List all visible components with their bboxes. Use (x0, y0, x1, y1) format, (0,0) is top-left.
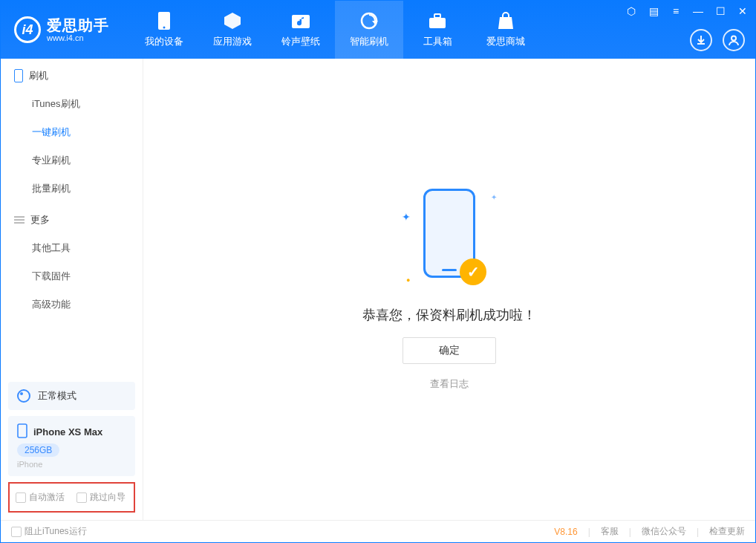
mode-label: 正常模式 (38, 389, 76, 403)
bag-icon (496, 11, 515, 30)
device-card[interactable]: iPhone XS Max 256GB iPhone (8, 416, 135, 476)
sidebar: 刷机 iTunes刷机 一键刷机 专业刷机 批量刷机 更多 其他工具 下载固件 … (1, 59, 143, 520)
sidebar-section-more: 更多 (1, 203, 143, 234)
download-icon[interactable] (690, 29, 712, 51)
header-actions (690, 29, 745, 51)
storage-badge: 256GB (17, 443, 59, 457)
section-label: 更多 (30, 213, 50, 227)
svg-rect-7 (18, 424, 27, 438)
sparkle-icon: ✦ (402, 211, 411, 223)
success-message: 恭喜您，保资料刷机成功啦！ (362, 306, 536, 324)
device-icon (14, 69, 23, 82)
sidebar-item-itunes-flash[interactable]: iTunes刷机 (1, 90, 143, 118)
status-bar: 阻止iTunes运行 V8.16 | 客服 | 微信公众号 | 检查更新 (1, 520, 755, 542)
ok-button[interactable]: 确定 (403, 337, 496, 364)
sidebar-item-batch-flash[interactable]: 批量刷机 (1, 175, 143, 203)
main-content: ✦ ✦ ● ✓ 恭喜您，保资料刷机成功啦！ 确定 查看日志 (143, 59, 755, 520)
user-icon[interactable] (723, 29, 745, 51)
device-type: iPhone (17, 460, 42, 469)
svg-rect-5 (434, 14, 440, 18)
checkbox-skip-guide[interactable]: 跳过向导 (76, 491, 126, 504)
window-controls: ⬡ ▤ ≡ — ☐ ✕ (625, 5, 749, 17)
checkbox-label: 阻止iTunes运行 (25, 526, 87, 536)
checkbox-block-itunes[interactable]: 阻止iTunes运行 (11, 525, 87, 538)
sidebar-item-download-firmware[interactable]: 下载固件 (1, 262, 143, 290)
section-label: 刷机 (29, 69, 48, 82)
mode-icon (17, 389, 30, 403)
tab-label: 智能刷机 (350, 35, 388, 48)
support-link[interactable]: 客服 (601, 525, 619, 538)
shirt-icon[interactable]: ⬡ (625, 5, 638, 17)
app-url: www.i4.cn (47, 33, 109, 42)
app-logo: i4 爱思助手 www.i4.cn (1, 16, 123, 43)
refresh-shield-icon (359, 11, 379, 30)
menu-icon[interactable]: ≡ (669, 5, 682, 17)
toolbox-icon (428, 11, 447, 30)
version-label: V8.16 (554, 527, 577, 537)
tab-label: 我的设备 (145, 35, 183, 48)
tab-store[interactable]: 爱思商城 (472, 1, 540, 59)
sidebar-item-other-tools[interactable]: 其他工具 (1, 234, 143, 262)
maximize-button[interactable]: ☐ (714, 5, 727, 17)
titlebar: i4 爱思助手 www.i4.cn 我的设备 应用游戏 铃声壁纸 智能刷机 工具… (1, 1, 755, 59)
note-icon[interactable]: ▤ (647, 5, 660, 17)
svg-rect-4 (429, 18, 446, 28)
check-update-link[interactable]: 检查更新 (709, 525, 745, 538)
svg-point-6 (731, 36, 736, 41)
sidebar-item-advanced[interactable]: 高级功能 (1, 290, 143, 319)
music-folder-icon (291, 11, 310, 30)
sidebar-section-flash: 刷机 (1, 59, 143, 90)
close-button[interactable]: ✕ (736, 5, 749, 17)
success-illustration: ✦ ✦ ● ✓ (405, 189, 494, 293)
minimize-button[interactable]: — (691, 5, 705, 17)
view-log-link[interactable]: 查看日志 (430, 377, 469, 391)
sparkle-icon: ✦ (491, 193, 497, 201)
app-name: 爱思助手 (47, 17, 109, 33)
phone-icon (154, 11, 174, 30)
phone-small-icon (17, 423, 27, 440)
cube-icon (223, 11, 242, 30)
svg-point-1 (163, 27, 166, 29)
tab-label: 应用游戏 (213, 35, 252, 48)
mode-card[interactable]: 正常模式 (8, 382, 135, 410)
tab-label: 铃声壁纸 (281, 35, 320, 48)
tab-apps[interactable]: 应用游戏 (198, 1, 267, 59)
list-icon (14, 215, 25, 225)
sidebar-item-pro-flash[interactable]: 专业刷机 (1, 146, 143, 175)
checkbox-label: 自动激活 (29, 492, 65, 502)
main-tabs: 我的设备 应用游戏 铃声壁纸 智能刷机 工具箱 爱思商城 (130, 1, 540, 59)
check-badge-icon: ✓ (460, 259, 486, 285)
wechat-link[interactable]: 微信公众号 (642, 525, 686, 538)
options-row: 自动激活 跳过向导 (8, 482, 135, 513)
checkbox-label: 跳过向导 (90, 492, 126, 502)
logo-icon: i4 (14, 16, 41, 43)
tab-toolbox[interactable]: 工具箱 (403, 1, 472, 59)
tab-ringtones[interactable]: 铃声壁纸 (267, 1, 335, 59)
tab-label: 工具箱 (423, 35, 452, 48)
device-name: iPhone XS Max (33, 426, 102, 438)
tab-my-device[interactable]: 我的设备 (130, 1, 198, 59)
checkbox-auto-activate[interactable]: 自动激活 (16, 491, 65, 504)
dot-icon: ● (406, 276, 410, 284)
tab-label: 爱思商城 (486, 35, 525, 48)
tab-smart-flash[interactable]: 智能刷机 (335, 1, 403, 59)
sidebar-item-one-click-flash[interactable]: 一键刷机 (1, 118, 143, 146)
